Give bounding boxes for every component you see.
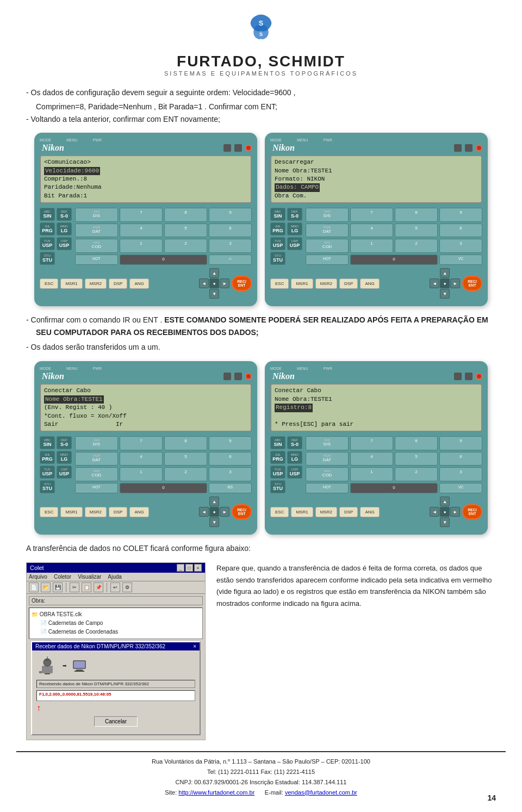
d2-arrow-center[interactable]: ● — [440, 278, 450, 288]
d4-key-dat[interactable]: PQRDAT — [306, 452, 349, 466]
arrow-down[interactable]: ▼ — [209, 289, 219, 299]
d3-key-dis[interactable]: GHID/S — [75, 436, 118, 450]
key-3[interactable]: 3 — [209, 239, 252, 253]
device4-menu-btn[interactable] — [465, 373, 473, 380]
d3-arrow-center[interactable]: ● — [209, 507, 219, 517]
d4-key-vc[interactable]: VC — [439, 483, 482, 494]
d3-key-9[interactable]: 9 — [209, 436, 252, 450]
device4-pwr-btn[interactable] — [476, 373, 482, 380]
menu-arquivo[interactable]: Arquivo — [29, 574, 47, 580]
d2-key-3[interactable]: 3 — [439, 239, 482, 253]
colet-maximize-btn[interactable]: □ — [185, 564, 193, 572]
d2-key-dat[interactable]: PQRDAT — [306, 224, 349, 238]
key-rec-ent-4[interactable]: REC/ENT — [462, 504, 482, 519]
key-prg[interactable]: JHLPRG — [40, 222, 55, 235]
d4-key-sin[interactable]: ABCSIN — [270, 436, 285, 449]
d4-key-3[interactable]: 3 — [439, 467, 482, 481]
arrow-up[interactable]: ▲ — [209, 268, 219, 278]
key-dsp[interactable]: DSP — [109, 278, 127, 289]
tree-item-3[interactable]: 📄 Cadernetas de Coordenadas — [32, 628, 200, 636]
toolbar-open[interactable]: 📂 — [41, 582, 51, 592]
toolbar-save[interactable]: 💾 — [53, 582, 63, 592]
d2-key-7[interactable]: 7 — [350, 208, 393, 222]
d2-key-esc[interactable]: ESC — [270, 278, 289, 289]
d2-arrow-down[interactable]: ▼ — [440, 289, 450, 299]
key-stu[interactable]: STUSTU — [40, 252, 55, 265]
d4-arrow-up[interactable]: ▲ — [440, 497, 450, 506]
d2-key-cod[interactable]: VASCOD — [306, 239, 349, 253]
toolbar-undo[interactable]: ↩ — [110, 582, 120, 592]
d3-key-msr2[interactable]: MSR2 — [85, 507, 107, 517]
d2-key-9[interactable]: 9 — [439, 208, 482, 222]
key-sin[interactable]: ABCSIN — [40, 208, 55, 221]
d4-key-msr1[interactable]: MSR1 — [291, 507, 313, 517]
key-cod[interactable]: VASCOD — [75, 239, 118, 253]
d4-key-s0[interactable]: DEFS-0 — [287, 436, 302, 449]
key-esc[interactable]: ESC — [40, 278, 58, 289]
d3-arrow-right[interactable]: ► — [220, 507, 229, 517]
tree-item-2[interactable]: 📄 Cadernetas de Campo — [32, 619, 200, 628]
device3-menu-btn[interactable] — [234, 373, 242, 380]
d4-arrow-right[interactable]: ► — [450, 507, 460, 517]
d4-key-7[interactable]: 7 — [350, 436, 393, 450]
key-minus[interactable]: -/- — [209, 255, 252, 265]
d2-key-usp[interactable]: TUVUSP — [270, 237, 285, 250]
key-msr2[interactable]: MSR2 — [85, 278, 107, 289]
menu-ajuda[interactable]: Ajuda — [108, 574, 122, 580]
d3-key-dsp[interactable]: DSP — [109, 507, 127, 517]
d4-key-dis[interactable]: GHID/S — [306, 436, 349, 450]
d4-key-6[interactable]: 6 — [439, 452, 482, 466]
d2-key-sin[interactable]: ABCSIN — [270, 208, 285, 221]
d3-key-0[interactable]: 0 — [120, 483, 207, 494]
key-8[interactable]: 8 — [164, 208, 207, 222]
d4-key-hot[interactable]: HOT — [306, 483, 349, 494]
d2-arrow-right[interactable]: ► — [450, 278, 460, 288]
mode-btn[interactable] — [223, 144, 231, 152]
d3-key-stu[interactable]: STUSTU — [40, 480, 55, 493]
d3-key-8[interactable]: 8 — [164, 436, 207, 450]
d3-arrow-up[interactable]: ▲ — [209, 497, 219, 506]
key-6[interactable]: 6 — [209, 224, 252, 238]
d4-key-4[interactable]: 4 — [350, 452, 393, 466]
d3-key-prg[interactable]: JHLPRG — [40, 451, 55, 464]
d3-key-3[interactable]: 3 — [209, 467, 252, 481]
d4-key-esc[interactable]: ESC — [270, 507, 289, 517]
d3-key-usp2[interactable]: USPUSP — [57, 466, 72, 479]
key-9[interactable]: 9 — [209, 208, 252, 222]
device3-mode-btn[interactable] — [223, 373, 231, 380]
d3-key-cod[interactable]: VASCOD — [75, 467, 118, 481]
d3-key-2[interactable]: 2 — [164, 467, 207, 481]
d4-key-dsp[interactable]: DSP — [339, 507, 358, 517]
d4-key-1[interactable]: 1 — [350, 467, 393, 481]
d3-key-usp[interactable]: TUVUSP — [40, 466, 55, 479]
arrow-center[interactable]: ● — [209, 278, 219, 288]
d3-key-6[interactable]: 6 — [209, 452, 252, 466]
tree-item-1[interactable]: 📁 OBRA TESTE.clk — [32, 610, 200, 619]
key-rec-ent-2[interactable]: REC/ENT — [462, 276, 482, 291]
key-0[interactable]: 0 — [120, 255, 207, 265]
d4-key-2[interactable]: 2 — [395, 467, 438, 481]
d3-key-sin[interactable]: ABCSIN — [40, 436, 55, 449]
toolbar-copy[interactable]: 📋 — [82, 582, 91, 592]
d2-key-4[interactable]: 4 — [350, 224, 393, 238]
d2-key-dis[interactable]: GHID/S — [306, 208, 349, 222]
d4-key-usp2[interactable]: USPUSP — [287, 466, 302, 479]
device2-pwr-btn[interactable] — [476, 145, 482, 151]
d2-key-5[interactable]: 5 — [395, 224, 438, 238]
d3-key-lg[interactable]: MNOLG — [57, 451, 72, 464]
d3-key-hot[interactable]: HOT — [75, 483, 118, 494]
key-hot[interactable]: HOT — [75, 255, 118, 265]
key-lg[interactable]: MNOLG — [57, 222, 72, 235]
d3-key-5[interactable]: 5 — [164, 452, 207, 466]
key-2[interactable]: 2 — [164, 239, 207, 253]
menu-btn[interactable] — [234, 144, 242, 152]
d2-key-6[interactable]: 6 — [439, 224, 482, 238]
d3-key-7[interactable]: 7 — [120, 436, 163, 450]
menu-visualizar[interactable]: Visualizar — [78, 574, 101, 580]
arrow-left[interactable]: ◄ — [199, 278, 209, 288]
d3-key-4[interactable]: 4 — [120, 452, 163, 466]
d2-key-s0[interactable]: DEFS-0 — [287, 208, 302, 221]
key-4[interactable]: 4 — [120, 224, 163, 238]
d2-key-msr1[interactable]: MSR1 — [291, 278, 313, 289]
d3-arrow-down[interactable]: ▼ — [209, 517, 219, 527]
